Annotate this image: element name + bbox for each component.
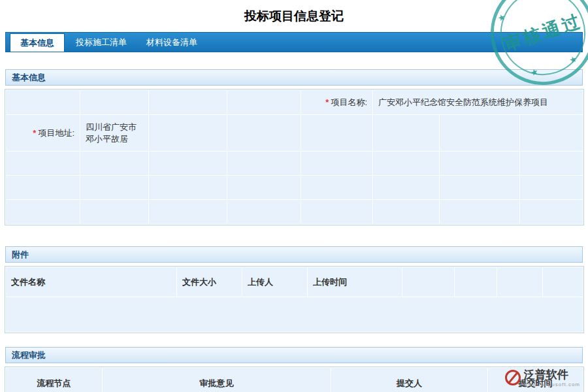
page-title: 投标项目信息登记 [0, 0, 588, 32]
empty-cell [373, 200, 440, 225]
empty-cell [373, 152, 440, 176]
empty-cell [440, 152, 520, 176]
empty-cell [227, 152, 301, 176]
empty-cell [149, 176, 227, 200]
empty-cell [149, 115, 227, 152]
empty-cell [520, 200, 583, 225]
attachments-empty-row [6, 297, 583, 333]
table-row: *项目地址: 四川省广安市邓小平故居 [6, 115, 583, 152]
col-header-file-name: 文件名称 [6, 267, 177, 297]
empty-cell [440, 176, 520, 200]
empty-cell [301, 200, 373, 225]
project-name-label: *项目名称: [301, 90, 373, 115]
fanpu-logo-name: 泛普软件 [524, 368, 580, 382]
fanpu-logo: 泛普软件 www.fanpusoft.com [505, 368, 580, 387]
empty-cell [402, 267, 455, 297]
col-header-file-size: 文件大小 [177, 267, 242, 297]
tab-bar: 基本信息 投标施工清单 材料设备清单 [5, 32, 583, 52]
fanpu-logo-icon [505, 370, 521, 385]
empty-cell [6, 176, 80, 200]
empty-cell [149, 152, 227, 176]
empty-cell [227, 176, 301, 200]
col-header-approval-opinion: 审批意见 [103, 368, 331, 392]
empty-cell [440, 115, 520, 152]
empty-cell [6, 200, 80, 225]
empty-cell [440, 200, 520, 225]
table-row [6, 176, 583, 200]
approval-header-row: 流程节点 审批意见 提交人 提交时间 [6, 368, 583, 392]
required-asterisk: * [33, 128, 36, 138]
col-header-upload-time: 上传时间 [308, 267, 402, 297]
tab-basic-info[interactable]: 基本信息 [10, 33, 65, 52]
required-asterisk: * [325, 97, 329, 107]
empty-cell [520, 176, 583, 200]
section-header-approval-flow: 流程审批 [5, 347, 583, 363]
col-header-flow-node: 流程节点 [6, 368, 103, 392]
tab-material-equipment-list[interactable]: 材料设备清单 [137, 33, 207, 52]
project-name-label-text: 项目名称: [331, 97, 367, 107]
section-header-attachments: 附件 [5, 246, 583, 263]
empty-cell [543, 267, 583, 297]
stamp-star-icon: ★ [568, 54, 578, 65]
empty-cell [301, 115, 373, 152]
col-header-submitter: 提交人 [331, 368, 488, 392]
table-row: *项目名称: 广安邓小平纪念馆安全防范系统维护保养项目 [6, 90, 583, 115]
empty-cell [373, 115, 440, 152]
empty-cell [301, 152, 373, 176]
fanpu-logo-subtext: www.fanpusoft.com [524, 382, 580, 387]
empty-cell [6, 297, 583, 333]
col-header-uploader: 上传人 [242, 267, 308, 297]
empty-cell [227, 90, 301, 115]
empty-cell [227, 200, 301, 225]
project-name-value[interactable]: 广安邓小平纪念馆安全防范系统维护保养项目 [373, 90, 583, 115]
project-address-label: *项目地址: [6, 115, 80, 152]
basic-info-table: *项目名称: 广安邓小平纪念馆安全防范系统维护保养项目 *项目地址: 四川省广安… [5, 90, 583, 225]
project-address-label-text: 项目地址: [38, 128, 74, 138]
project-address-value[interactable]: 四川省广安市邓小平故居 [80, 115, 149, 152]
empty-cell [149, 90, 227, 115]
empty-cell [80, 200, 149, 225]
tab-bid-construction-list[interactable]: 投标施工清单 [66, 33, 137, 52]
empty-cell [520, 115, 583, 152]
empty-cell [520, 152, 583, 176]
empty-cell [6, 90, 80, 115]
approval-flow-table: 流程节点 审批意见 提交人 提交时间 [5, 367, 583, 392]
empty-cell [497, 267, 543, 297]
empty-cell [6, 152, 80, 176]
empty-cell [455, 267, 497, 297]
empty-cell [80, 176, 149, 200]
table-row [6, 200, 583, 225]
section-header-basic-info: 基本信息 [5, 69, 583, 86]
empty-cell [149, 200, 227, 225]
empty-cell [80, 152, 149, 176]
attachments-header-row: 文件名称 文件大小 上传人 上传时间 [6, 267, 583, 297]
empty-cell [80, 90, 149, 115]
table-row [6, 152, 583, 176]
empty-cell [373, 176, 440, 200]
empty-cell [227, 115, 301, 152]
empty-cell [301, 176, 373, 200]
attachments-table: 文件名称 文件大小 上传人 上传时间 [5, 267, 583, 333]
